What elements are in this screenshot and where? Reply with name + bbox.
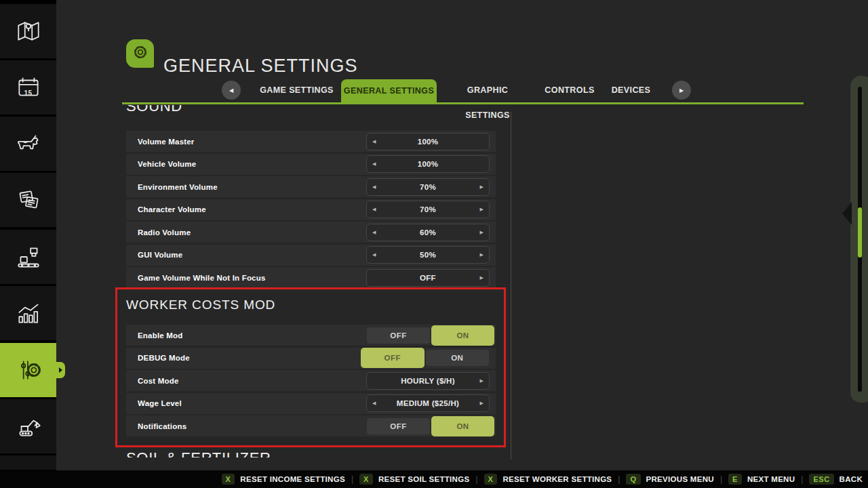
sidebar-item-statistics[interactable] — [0, 286, 56, 340]
stepper-control[interactable]: OFF▶ — [366, 269, 490, 287]
hint-reset-worker-settings[interactable]: XRESET WORKER SETTINGS — [484, 474, 612, 485]
statistics-icon — [14, 299, 43, 327]
animals-icon — [14, 129, 43, 158]
sidebar-active-indicator-arrow — [56, 362, 65, 378]
calendar-day-badge: 15 — [14, 89, 43, 97]
toggle-control: OFFON — [366, 350, 490, 366]
settings-row: Wage Level◀MEDIUM ($25/H)▶ — [126, 393, 496, 414]
stepper-control[interactable]: ◀100% — [366, 155, 490, 173]
tab-graphic-settings[interactable]: GRAPHIC SETTINGS — [444, 78, 531, 103]
toggle-option-off[interactable]: OFF — [367, 327, 430, 344]
stepper-left-arrow-icon[interactable]: ◀ — [372, 179, 376, 195]
stepper-left-arrow-icon[interactable]: ◀ — [372, 201, 376, 218]
sidebar-item-calendar[interactable]: 15 — [0, 60, 56, 115]
sidebar: 15 — [0, 0, 56, 488]
stepper-right-arrow-icon[interactable]: ▶ — [480, 395, 484, 411]
hint-label: RESET WORKER SETTINGS — [502, 475, 612, 483]
stepper-right-arrow-icon[interactable]: ▶ — [480, 247, 484, 263]
sidebar-item-construction[interactable] — [0, 399, 56, 453]
stepper-value: OFF — [420, 274, 436, 282]
page-scrollbar-thumb[interactable] — [858, 207, 862, 258]
toggle-option-on[interactable]: ON — [431, 325, 494, 346]
stepper-right-arrow-icon[interactable]: ▶ — [480, 179, 484, 195]
sidebar-item-contracts[interactable] — [0, 173, 56, 227]
settings-row: Vehicle Volume◀100% — [126, 154, 496, 175]
toggle-option-off[interactable]: OFF — [361, 348, 425, 368]
key-badge: X — [359, 474, 373, 485]
sidebar-item-production[interactable] — [0, 230, 56, 284]
stepper-right-arrow-icon[interactable]: ▶ — [480, 201, 484, 218]
stepper-control[interactable]: ◀70%▶ — [366, 178, 490, 196]
hint-divider: | — [720, 474, 722, 484]
stepper-value: HOURLY ($/H) — [401, 377, 455, 385]
stepper-left-arrow-icon[interactable]: ◀ — [372, 224, 376, 241]
sidebar-item-animals[interactable] — [0, 117, 56, 171]
stepper-right-arrow-icon[interactable]: ▶ — [480, 224, 484, 241]
hint-back[interactable]: ESCBACK — [809, 474, 863, 485]
tabs-prev-button[interactable]: ◀ — [222, 81, 241, 100]
stepper-value: 100% — [418, 138, 439, 146]
hint-divider: | — [351, 474, 353, 484]
setting-label: Volume Master — [126, 138, 366, 146]
hint-reset-soil-settings[interactable]: XRESET SOIL SETTINGS — [359, 474, 469, 485]
tab-bar-underline — [122, 102, 804, 104]
toggle-option-on[interactable]: ON — [426, 350, 490, 366]
stepper-right-arrow-icon[interactable]: ▶ — [480, 270, 484, 286]
hint-next-menu[interactable]: ENEXT MENU — [728, 474, 795, 485]
settings-row: NotificationsOFFON — [126, 415, 496, 436]
settings-row: Enable ModOFFON — [126, 325, 496, 346]
settings-row: Cost ModeHOURLY ($/H)▶ — [126, 370, 496, 391]
stepper-control[interactable]: HOURLY ($/H)▶ — [366, 372, 490, 390]
setting-control: ◀70%▶ — [366, 201, 490, 218]
toggle-option-on[interactable]: ON — [431, 416, 494, 436]
hint-reset-income-settings[interactable]: XRESET INCOME SETTINGS — [222, 474, 345, 485]
hint-label: PREVIOUS MENU — [646, 475, 714, 483]
gear-icon — [129, 41, 152, 66]
sidebar-item-map[interactable] — [0, 4, 56, 58]
stepper-left-arrow-icon[interactable]: ◀ — [372, 395, 376, 411]
stepper-left-arrow-icon[interactable]: ◀ — [372, 247, 376, 263]
tabs-next-button[interactable]: ▶ — [672, 81, 691, 100]
sidebar-item-settings[interactable] — [0, 343, 56, 397]
tab-general-settings[interactable]: GENERAL SETTINGS — [341, 79, 437, 103]
toggle-control: OFFON — [366, 418, 490, 434]
setting-control: ◀50%▶ — [366, 246, 490, 264]
setting-control: ◀100% — [366, 133, 490, 150]
settings-icon — [14, 356, 43, 384]
setting-label: Environment Volume — [126, 183, 366, 191]
keyboard-hints-bar: XRESET INCOME SETTINGS|XRESET SOIL SETTI… — [0, 470, 868, 488]
stepper-control[interactable]: ◀50%▶ — [366, 246, 490, 264]
key-badge: X — [222, 474, 235, 485]
tab-game-settings[interactable]: GAME SETTINGS — [258, 78, 336, 103]
stepper-left-arrow-icon[interactable]: ◀ — [372, 156, 376, 172]
stepper-control[interactable]: ◀100% — [366, 133, 490, 150]
section-title: SOIL & FERTILIZER — [126, 450, 496, 458]
toggle-option-off[interactable]: OFF — [367, 418, 430, 434]
stepper-control[interactable]: ◀70%▶ — [366, 201, 490, 218]
tab-devices[interactable]: DEVICES — [602, 78, 660, 103]
hint-divider: | — [801, 474, 803, 484]
stepper-value: MEDIUM ($25/H) — [397, 399, 459, 407]
settings-list: SOUNDVolume Master◀100%Vehicle Volume◀10… — [126, 105, 496, 458]
setting-control: OFF▶ — [366, 269, 490, 287]
settings-row: GUI Volume◀50%▶ — [126, 245, 496, 266]
page-scrollbar-notch — [842, 202, 852, 225]
settings-scroll-viewport[interactable]: SOUNDVolume Master◀100%Vehicle Volume◀10… — [115, 105, 511, 458]
hint-divider: | — [475, 474, 477, 484]
stepper-control[interactable]: ◀60%▶ — [366, 224, 490, 241]
stepper-control[interactable]: ◀MEDIUM ($25/H)▶ — [366, 394, 490, 412]
setting-label: Enable Mod — [126, 331, 366, 340]
tab-controls[interactable]: CONTROLS — [539, 78, 600, 103]
stepper-left-arrow-icon[interactable]: ◀ — [372, 134, 376, 150]
stepper-right-arrow-icon[interactable]: ▶ — [480, 373, 484, 389]
key-badge: X — [484, 474, 498, 485]
hint-previous-menu[interactable]: QPREVIOUS MENU — [626, 474, 713, 485]
settings-row: DEBUG ModeOFFON — [126, 348, 496, 369]
setting-control: OFFON — [366, 327, 490, 344]
key-badge: Q — [626, 474, 640, 485]
stepper-value: 50% — [420, 251, 436, 259]
setting-control: ◀100% — [366, 155, 490, 173]
settings-row: Environment Volume◀70%▶ — [126, 176, 496, 197]
chevron-left-icon: ◀ — [229, 87, 233, 94]
stepper-value: 70% — [420, 205, 436, 214]
